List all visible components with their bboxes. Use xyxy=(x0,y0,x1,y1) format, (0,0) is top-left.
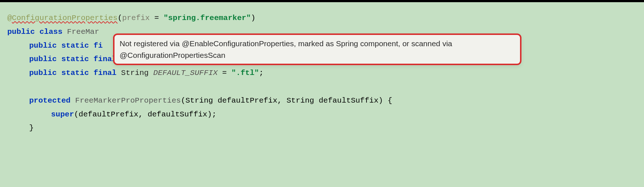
paren-open: ( xyxy=(117,14,122,22)
inspection-tooltip[interactable]: Not registered via @EnableConfigurationP… xyxy=(113,33,521,65)
keyword-static: static xyxy=(57,69,94,77)
annotation-at: @ xyxy=(7,14,12,22)
space xyxy=(70,96,75,105)
keyword-final: final xyxy=(93,69,116,77)
code-line: @ConfigurationProperties(prefix = "sprin… xyxy=(7,11,637,25)
code-line: } xyxy=(7,121,637,135)
string-literal: ".ftl" xyxy=(232,69,259,77)
type-string: String xyxy=(121,69,149,77)
attr-name: prefix xyxy=(122,14,150,22)
keyword-public: public xyxy=(29,41,57,50)
annotation-name: ConfigurationProperties xyxy=(12,14,118,22)
string-literal: "spring.freemarker" xyxy=(164,14,251,22)
class-name: FreeMar xyxy=(67,28,99,36)
keyword-public: public xyxy=(29,55,57,63)
keyword-class: class xyxy=(35,28,67,36)
keyword-fi: fi xyxy=(93,41,102,50)
semicolon: ; xyxy=(259,69,264,77)
keyword-static: static xyxy=(57,41,94,50)
equals: = xyxy=(150,14,164,22)
field-name: DEFAULT_SUFFIX xyxy=(149,69,218,77)
blank-line xyxy=(7,80,637,94)
keyword-protected: protected xyxy=(29,96,70,105)
tooltip-text: Not registered via @EnableConfigurationP… xyxy=(120,39,452,59)
keyword-super: super xyxy=(51,110,74,119)
code-line: protected FreeMarkerProProperties(String… xyxy=(7,94,637,108)
paren-close: ) xyxy=(251,14,256,22)
code-line: super(defaultPrefix, defaultSuffix); xyxy=(7,108,637,122)
keyword-public: public xyxy=(29,69,57,77)
space xyxy=(116,69,121,77)
code-editor[interactable]: @ConfigurationProperties(prefix = "sprin… xyxy=(0,0,644,187)
keyword-public: public xyxy=(7,28,35,36)
code-line: public static final String DEFAULT_SUFFI… xyxy=(7,66,637,80)
super-args: (defaultPrefix, defaultSuffix); xyxy=(74,110,217,119)
keyword-static: static xyxy=(57,55,94,63)
constructor-name: FreeMarkerProProperties xyxy=(75,96,181,105)
equals: = xyxy=(218,69,232,77)
brace-close: } xyxy=(29,124,34,132)
constructor-params: (String defaultPrefix, String defaultSuf… xyxy=(181,96,392,105)
